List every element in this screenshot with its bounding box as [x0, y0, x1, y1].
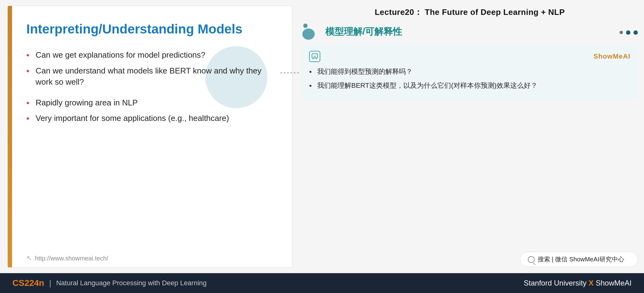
- bottom-bar: CS224n | Natural Language Processing wit…: [0, 273, 644, 293]
- arrow-line: [280, 73, 299, 73]
- lecture-title: Lecture20： The Future of Deep Learning +…: [302, 3, 638, 21]
- svg-point-0: [303, 24, 308, 28]
- university-name: Stanford University: [524, 279, 587, 287]
- bullet-2: Can we understand what models like BERT …: [26, 65, 274, 88]
- x-mark: X: [589, 279, 596, 287]
- slide-bullets-group1: Can we get explanations for model predic…: [26, 49, 274, 87]
- course-name: Natural Language Processing with Deep Le…: [56, 279, 207, 287]
- slide-footer: ↖ http://www.showmeai.tech/: [8, 249, 292, 267]
- ai-icon: AI: [309, 51, 320, 62]
- slide-panel: Interpreting/Understanding Models Can we…: [7, 6, 292, 268]
- slide-left-bar: [8, 6, 12, 267]
- right-panel: Lecture20： The Future of Deep Learning +…: [299, 0, 644, 273]
- bullet-4: Very important for some applications (e.…: [26, 113, 274, 124]
- svg-point-1: [302, 29, 315, 40]
- card-header: AI ShowMeAI: [309, 51, 630, 62]
- dot-3: [633, 30, 638, 35]
- slide-title: Interpreting/Understanding Models: [26, 21, 274, 37]
- model-icon: [302, 23, 320, 40]
- search-icon: [528, 256, 535, 263]
- bullet-1: Can we get explanations for model predic…: [26, 49, 274, 60]
- bottom-brand: ShowMeAI: [596, 279, 632, 287]
- cn-bullet-1: 我们能得到模型预测的解释吗？: [309, 66, 630, 77]
- dot-1: [620, 31, 623, 34]
- translation-card: AI ShowMeAI 我们能得到模型预测的解释吗？ 我们能理解BERT这类模型…: [302, 45, 638, 100]
- bottom-divider: |: [49, 278, 51, 288]
- dot-2: [626, 30, 630, 35]
- search-text: 搜索 | 微信 ShowMeAI研究中心: [538, 255, 624, 264]
- search-bar[interactable]: 搜索 | 微信 ShowMeAI研究中心: [520, 252, 638, 267]
- slide-bullets-group2: Rapidly growing area in NLP Very importa…: [26, 97, 274, 124]
- nav-dots: [620, 29, 638, 35]
- course-code: CS224n: [12, 278, 44, 288]
- section-title-cn: 模型理解/可解释性: [325, 25, 402, 38]
- cn-bullet-2: 我们能理解BERT这类模型，以及为什么它们(对样本你预测)效果这么好？: [309, 80, 630, 91]
- bottom-right: Stanford University X ShowMeAI: [524, 279, 632, 287]
- section-header: 模型理解/可解释性: [302, 23, 638, 40]
- svg-text:AI: AI: [313, 55, 316, 58]
- bullet-3: Rapidly growing area in NLP: [26, 97, 274, 108]
- footer-url: http://www.showmeai.tech/: [35, 255, 108, 262]
- cursor-icon: ↖: [26, 254, 32, 262]
- search-bar-container: 搜索 | 微信 ShowMeAI研究中心: [302, 252, 638, 270]
- translation-bullets: 我们能得到模型预测的解释吗？ 我们能理解BERT这类模型，以及为什么它们(对样本…: [309, 66, 630, 91]
- showmeai-brand: ShowMeAI: [594, 52, 630, 60]
